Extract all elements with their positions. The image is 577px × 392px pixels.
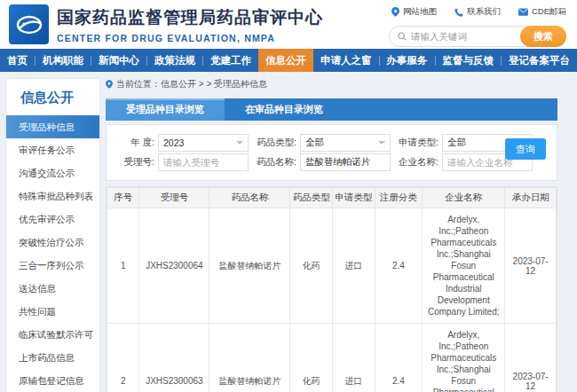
col-header-index: 序号 — [107, 188, 139, 208]
location-pin-icon — [106, 80, 113, 89]
cell-acceptance-no: JXHS2300063 — [139, 324, 209, 392]
cell-drug-name: 盐酸替纳帕诺片 — [209, 208, 290, 324]
cell-acceptance-no: JXHS2300064 — [139, 208, 209, 324]
cell-apply-type: 进口 — [332, 324, 375, 392]
filter-row-1: 年 度: 2023 药品类型: 全部 申请类型: 全部 — [112, 134, 551, 152]
nav-item-info-disclosure[interactable]: 信息公开 — [258, 49, 313, 72]
nav-item-party[interactable]: 党建工作 — [203, 49, 258, 72]
year-select-value: 2023 — [163, 137, 184, 148]
col-header-apply-type: 申请类型 — [332, 188, 375, 208]
cell-company: Ardelyx, Inc.;Patheon Pharmaceuticals In… — [423, 208, 505, 324]
table-row: 1 JXHS2300064 盐酸替纳帕诺片 化药 进口 2.4 Ardelyx,… — [107, 208, 557, 324]
search-icon — [398, 32, 407, 41]
cell-reg-class: 2.4 — [375, 208, 423, 324]
sidebar-item-breakthrough-therapy[interactable]: 突破性治疗公示 — [6, 231, 99, 254]
sidebar-item-priority-review[interactable]: 优先审评公示 — [6, 208, 99, 231]
query-button[interactable]: 查询 — [505, 138, 546, 160]
phone-icon — [454, 8, 463, 17]
breadcrumb-text: 当前位置：信息公开 > > 受理品种信息 — [116, 78, 267, 90]
cell-company: Ardelyx, Inc.;Patheon Pharmaceuticals In… — [423, 324, 505, 392]
year-label: 年 度: — [112, 137, 154, 149]
nav-item-home[interactable]: 首页 — [0, 49, 35, 72]
cde-mail-link-label: CDE邮箱 — [532, 6, 566, 18]
breadcrumb: 当前位置：信息公开 > > 受理品种信息 — [106, 78, 557, 90]
nav-item-registration-platform[interactable]: 登记备案平台 — [502, 49, 577, 72]
sidebar: 信息公开 受理品种信息 审评任务公示 沟通交流公示 特殊审批品种列表 优先审评公… — [5, 78, 100, 392]
sidebar-item-accepted-varieties[interactable]: 受理品种信息 — [6, 115, 99, 138]
main-content: 当前位置：信息公开 > > 受理品种信息 受理品种目录浏览 在审品种目录浏览 年… — [106, 78, 557, 392]
cde-logo — [9, 4, 49, 44]
accept-no-input[interactable] — [163, 157, 243, 168]
apply-type-label: 申请类型: — [396, 137, 439, 149]
sidebar-item-review-tasks[interactable]: 审评任务公示 — [6, 138, 99, 161]
col-header-drug-name: 药品名称 — [209, 188, 290, 208]
sidebar-item-clinical-trial-approval[interactable]: 临床试验默示许可 — [6, 323, 99, 346]
sidebar-item-three-in-one[interactable]: 三合一序列公示 — [6, 254, 99, 277]
site-header: 国家药品监督管理局药品审评中心 CENTER FOR DRUG EVALUATI… — [0, 0, 577, 49]
map-pin-icon — [391, 7, 399, 17]
drug-type-label: 药品类型: — [254, 137, 296, 149]
main-nav: 首页 机构职能 新闻中心 政策法规 党建工作 信息公开 申请人之窗 办事服务 监… — [0, 49, 577, 72]
search-input[interactable] — [411, 31, 518, 42]
sidebar-item-common-issues[interactable]: 共性问题 — [6, 300, 99, 323]
cell-reg-class: 2.4 — [375, 324, 423, 392]
search-button[interactable]: 搜索 — [520, 26, 566, 47]
cell-drug-type: 化药 — [290, 208, 333, 324]
col-header-drug-type: 药品类型 — [290, 188, 333, 208]
company-label: 企业名称: — [396, 156, 439, 169]
drug-name-field-wrap — [300, 153, 391, 171]
brand-block: 国家药品监督管理局药品审评中心 CENTER FOR DRUG EVALUATI… — [57, 6, 323, 43]
cell-drug-type: 化药 — [290, 324, 333, 392]
header-right: 网站地图 联系我们 CDE邮箱 — [340, 6, 566, 47]
filter-row-2: 受理号: 药品名称: 企业名称: — [112, 153, 551, 171]
sidebar-item-special-approval[interactable]: 特殊审批品种列表 — [6, 184, 99, 208]
tab-bar: 受理品种目录浏览 在审品种目录浏览 — [106, 98, 557, 121]
cell-date: 2023-07-12 — [505, 208, 557, 324]
nav-item-news[interactable]: 新闻中心 — [91, 49, 146, 72]
filter-panel: 年 度: 2023 药品类型: 全部 申请类型: 全部 — [106, 124, 557, 181]
chevron-down-icon — [378, 141, 385, 145]
quick-links: 网站地图 联系我们 CDE邮箱 — [340, 6, 566, 18]
sidebar-item-delivery-info[interactable]: 送达信息 — [6, 277, 99, 300]
accept-no-label: 受理号: — [112, 156, 154, 169]
search-row: 搜索 — [340, 26, 566, 47]
year-filter-group: 年 度: 2023 — [112, 134, 249, 152]
apply-type-select-value: 全部 — [447, 137, 466, 149]
accept-no-filter-group: 受理号: — [112, 153, 249, 171]
drug-name-filter-group: 药品名称: — [254, 153, 391, 171]
col-header-company: 企业名称 — [423, 188, 505, 208]
drug-type-select[interactable]: 全部 — [300, 134, 391, 152]
year-select[interactable]: 2023 — [158, 134, 249, 152]
results-table-container: 序号 受理号 药品名称 药品类型 申请类型 注册分类 企业名称 承办日期 1 J… — [106, 186, 557, 392]
chevron-down-icon — [236, 141, 243, 145]
drug-name-input[interactable] — [305, 157, 385, 168]
accept-no-field-wrap — [158, 153, 249, 171]
col-header-date: 承办日期 — [505, 188, 557, 208]
table-header-row: 序号 受理号 药品名称 药品类型 申请类型 注册分类 企业名称 承办日期 — [107, 188, 557, 208]
nav-item-services[interactable]: 办事服务 — [380, 49, 435, 72]
col-header-acceptance-no: 受理号 — [139, 188, 209, 208]
col-header-reg-class: 注册分类 — [375, 188, 423, 208]
sidebar-item-communication[interactable]: 沟通交流公示 — [6, 161, 99, 184]
contact-link-label: 联系我们 — [467, 6, 501, 18]
nav-item-applicant[interactable]: 申请人之窗 — [313, 49, 379, 72]
drug-name-label: 药品名称: — [254, 156, 296, 169]
cell-apply-type: 进口 — [332, 208, 375, 324]
tab-under-review-catalog[interactable]: 在审品种目录浏览 — [225, 98, 344, 121]
nav-item-functions[interactable]: 机构职能 — [36, 49, 91, 72]
tab-accepted-catalog[interactable]: 受理品种目录浏览 — [106, 98, 225, 121]
cde-mail-link[interactable]: CDE邮箱 — [518, 6, 566, 18]
site-subtitle: CENTER FOR DRUG EVALUATION, NMPA — [57, 33, 323, 43]
drug-type-select-value: 全部 — [305, 137, 324, 149]
sidebar-item-marketed-drugs[interactable]: 上市药品信息 — [6, 346, 99, 369]
drug-type-filter-group: 药品类型: 全部 — [254, 134, 391, 152]
sidebar-title: 信息公开 — [6, 79, 99, 115]
sitemap-link[interactable]: 网站地图 — [391, 6, 437, 18]
nav-item-supervision[interactable]: 监督与反馈 — [436, 49, 502, 72]
table-row: 2 JXHS2300063 盐酸替纳帕诺片 化药 进口 2.4 Ardelyx,… — [107, 324, 557, 392]
site-title: 国家药品监督管理局药品审评中心 — [57, 6, 323, 29]
sidebar-item-excipients-registration[interactable]: 原辅包登记信息 — [6, 369, 99, 392]
cell-index: 2 — [107, 324, 139, 392]
nav-item-policies[interactable]: 政策法规 — [147, 49, 202, 72]
contact-link[interactable]: 联系我们 — [454, 6, 501, 18]
